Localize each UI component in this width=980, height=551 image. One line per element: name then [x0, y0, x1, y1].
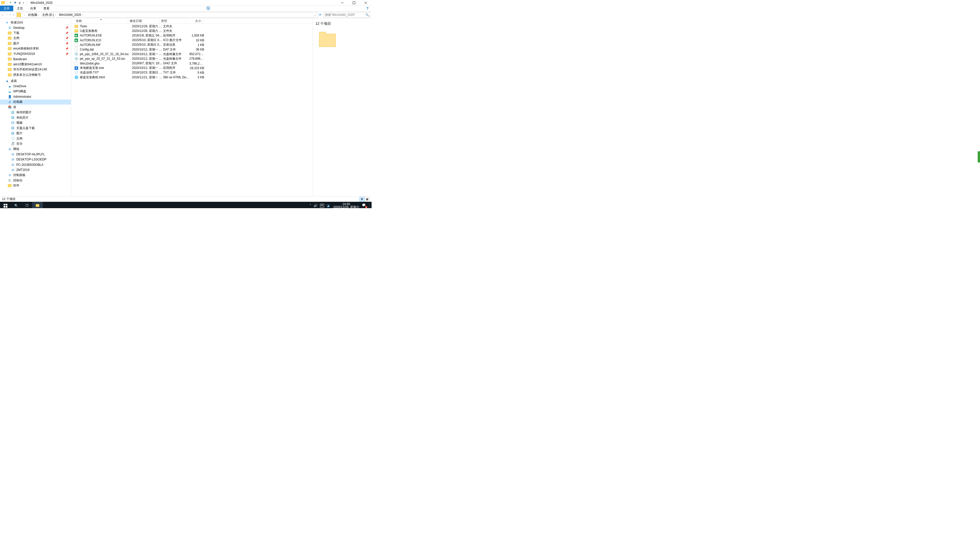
sidebar-item[interactable]: 拼多多怎么注销账号	[0, 72, 71, 78]
ribbon-tab-file[interactable]: 文件	[0, 6, 13, 11]
sidebar-item[interactable]: Bandicam	[0, 57, 71, 62]
sidebar-item[interactable]: excel表格制作求和📌	[0, 46, 71, 52]
close-button[interactable]	[360, 0, 372, 6]
forward-button[interactable]: →	[5, 12, 9, 17]
ribbon-tab-home[interactable]: 主页	[13, 6, 27, 11]
start-button[interactable]	[0, 202, 11, 208]
file-explorer-taskbar[interactable]	[32, 202, 43, 208]
task-view-button[interactable]: ❐	[21, 202, 32, 208]
file-row[interactable]: Tools2020/12/26, 星期六 1...文件夹	[71, 24, 313, 29]
sidebar-item[interactable]: 👤Administrator	[0, 94, 71, 100]
sidebar-item[interactable]: 🖼天翼云盘下载	[0, 125, 71, 131]
column-size[interactable]: 大小	[186, 19, 203, 23]
sidebar-item[interactable]: 🖳ZMT2019	[0, 167, 71, 173]
file-row[interactable]: 💿pe_yqs_xp_20_07_31_15_53.iso2020/10/12,…	[71, 56, 313, 61]
chevron-right-icon[interactable]: ›	[81, 14, 84, 16]
view-thumbnails-button[interactable]: ▦	[364, 197, 369, 202]
sidebar-item[interactable]: 🎞视频	[0, 121, 71, 126]
sidebar-item[interactable]: 下载📌	[0, 30, 71, 36]
file-row[interactable]: ▶AUTORUN.EXE2016/1/8, 星期五 04:...应用程序1,92…	[71, 33, 313, 38]
maximize-button[interactable]	[348, 0, 360, 6]
clock[interactable]: 14:40 2020/12/26, 星期六	[333, 203, 360, 208]
sidebar-item[interactable]: 🖼本机照片	[0, 115, 71, 121]
column-date[interactable]: 修改日期	[128, 19, 159, 23]
file-row[interactable]: 🌐硬盘安装教程.html2016/11/21, 星期一 2...360 se H…	[71, 75, 313, 79]
qat-checkmark-icon[interactable]: ✔	[8, 1, 13, 5]
nav-quick-access[interactable]: ★快速访问	[0, 20, 71, 25]
file-date: 2019/9/7, 星期六 19:...	[132, 61, 163, 65]
star-icon: ★	[5, 21, 9, 24]
ribbon-tab-share[interactable]: 共享	[27, 6, 40, 11]
pic-icon: 🖼	[11, 116, 15, 120]
search-icon[interactable]: 🔍	[364, 13, 370, 17]
breadcrumb[interactable]: 文档 (E:)›	[41, 13, 58, 17]
minimize-button[interactable]	[336, 0, 348, 6]
sidebar-item[interactable]: 软件	[0, 183, 71, 189]
sidebar-item[interactable]: 📄文档	[0, 136, 71, 141]
ime-indicator[interactable]: 中	[320, 204, 324, 207]
sidebar-item[interactable]: 🖥此电脑	[0, 100, 71, 105]
tray-chevron-up-icon[interactable]: ˄	[310, 204, 311, 207]
address-bar[interactable]: › 此电脑› 文档 (E:)› Win10x64_2020› ⌄	[16, 12, 318, 17]
sidebar-item[interactable]: 📚库	[0, 105, 71, 110]
sidebar-item[interactable]: ⚙控制面板	[0, 173, 71, 178]
sidebar-item[interactable]: 🖥Desktop📌	[0, 25, 71, 30]
ribbon-help-icon[interactable]: ?	[363, 6, 372, 11]
sidebar-item[interactable]: 🖳PC-20190530OBLA	[0, 162, 71, 168]
qat-dropdown-icon[interactable]: ▾	[22, 2, 25, 4]
chevron-right-icon[interactable]: ›	[37, 14, 40, 16]
view-details-button[interactable]: ≣	[360, 197, 364, 202]
sidebar-item[interactable]: 🎵音乐	[0, 141, 71, 147]
sidebar-item[interactable]: 🖼图片	[0, 131, 71, 136]
tray-app-icon[interactable]: ◪	[327, 204, 329, 207]
html-icon: 🌐	[74, 75, 78, 79]
ribbon-expand-icon[interactable]: ⓥ	[204, 6, 213, 11]
back-button[interactable]: ←	[1, 12, 5, 17]
pic-icon: 🖼	[11, 131, 15, 135]
file-row[interactable]: ⬇本地硬盘安装.exe2020/10/12, 星期一 1...应用程序28,31…	[71, 66, 313, 70]
nav-network[interactable]: 🖧网络	[0, 146, 71, 152]
file-row[interactable]: AUTORUN.INF2015/5/10, 星期日 02...安装信息1 KB	[71, 43, 313, 47]
sidebar-item[interactable]: 图片📌	[0, 41, 71, 46]
netpc-icon: 🖳	[11, 163, 15, 167]
file-row[interactable]: 💿pe_yqs_1064_20_07_31_16_04.iso2020/10/1…	[71, 52, 313, 56]
vid-icon: 🎞	[11, 121, 15, 125]
refresh-button[interactable]: ⟳	[318, 12, 322, 17]
history-dropdown-icon[interactable]: ▾	[9, 14, 11, 16]
sidebar-item[interactable]: win10重装64位win10	[0, 62, 71, 67]
address-dropdown-icon[interactable]: ⌄	[313, 14, 317, 16]
sidebar-item[interactable]: 🖼保存的图片	[0, 110, 71, 115]
sidebar-item[interactable]: 🖳DESKTOP-LSSOEDP	[0, 157, 71, 162]
qat-recycle-icon[interactable]: 🗑	[18, 1, 22, 5]
file-date: 2016/1/8, 星期五 04:...	[132, 33, 163, 38]
file-row[interactable]: Win10x64.gho2019/9/7, 星期六 19:...GHO 文件3,…	[71, 61, 313, 66]
sidebar-item[interactable]: 🖳DESKTOP-HL0PLFL	[0, 152, 71, 157]
file-type: ICO 图片文件	[163, 38, 189, 42]
breadcrumb[interactable]: 此电脑›	[27, 13, 41, 17]
sidebar-item[interactable]: 文档📌	[0, 36, 71, 41]
qat-delete-icon[interactable]: ✖	[13, 1, 17, 5]
notifications-button[interactable]: 💬3	[362, 203, 366, 208]
show-desktop-button[interactable]	[369, 202, 371, 208]
chevron-right-icon[interactable]: ›	[23, 14, 26, 16]
column-name[interactable]: 名称▲	[74, 19, 128, 23]
sidebar-item[interactable]: ☁OneDrive	[0, 84, 71, 89]
file-row[interactable]: ▶AUTORUN.ICO2015/5/10, 星期日 02...ICO 图片文件…	[71, 38, 313, 43]
sidebar-item[interactable]: 华为手机时间设置24小时	[0, 67, 71, 73]
ribbon-tab-view[interactable]: 查看	[40, 6, 53, 11]
chevron-right-icon[interactable]: ›	[54, 14, 57, 16]
file-row[interactable]: 📄光盘说明.TXT2016/10/23, 星期日 0...TXT 文件5 KB	[71, 70, 313, 75]
breadcrumb[interactable]: Win10x64_2020›	[58, 13, 85, 17]
sidebar-item[interactable]: YUNQISHI2019📌	[0, 51, 71, 57]
sidebar-item[interactable]: ☁WPS网盘	[0, 89, 71, 94]
file-row[interactable]: U盘安装教程2020/12/26, 星期六 1...文件夹	[71, 29, 313, 33]
sidebar-item[interactable]: 🗑回收站	[0, 178, 71, 183]
search-button[interactable]: 🔍	[11, 202, 21, 208]
file-row[interactable]: Config.dat2020/10/12, 星期一 1...DAT 文件36 K…	[71, 47, 313, 52]
column-type[interactable]: 类型	[159, 19, 186, 23]
volume-icon[interactable]: 🔊	[313, 204, 318, 207]
search-input[interactable]	[324, 13, 364, 17]
nav-desktop[interactable]: ■桌面	[0, 79, 71, 84]
up-button[interactable]: ↑	[12, 12, 15, 17]
search-box[interactable]: 🔍	[324, 12, 370, 17]
